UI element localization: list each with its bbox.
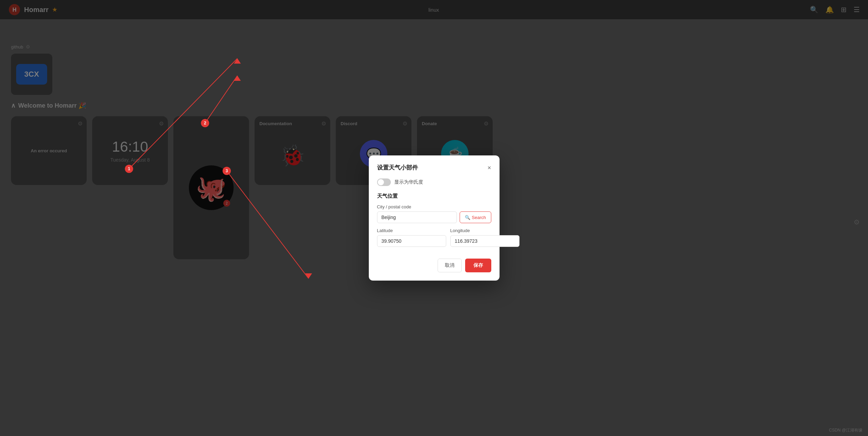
modal-overlay[interactable]: 设置天气小部件 × 显示为华氏度 天气位置 City / postal code… <box>0 0 868 436</box>
modal-footer: 取消 保存 <box>377 259 491 272</box>
modal-title: 设置天气小部件 <box>377 164 418 172</box>
longitude-label: Longitude <box>450 228 519 233</box>
fahrenheit-toggle-row: 显示为华氏度 <box>377 178 491 186</box>
fahrenheit-toggle[interactable] <box>377 178 391 186</box>
cancel-button[interactable]: 取消 <box>438 259 462 272</box>
fahrenheit-label: 显示为华氏度 <box>394 179 423 185</box>
latitude-group: Latitude <box>377 228 446 247</box>
search-button[interactable]: 🔍 Search <box>460 211 491 223</box>
weather-section-title: 天气位置 <box>377 193 491 199</box>
weather-settings-modal: 设置天气小部件 × 显示为华氏度 天气位置 City / postal code… <box>369 155 500 281</box>
city-form-group: City / postal code 🔍 Search <box>377 204 491 223</box>
city-label: City / postal code <box>377 204 491 209</box>
search-btn-label: Search <box>472 215 486 220</box>
modal-close-button[interactable]: × <box>487 165 491 171</box>
cancel-label: 取消 <box>445 262 454 268</box>
longitude-group: Longitude <box>450 228 519 247</box>
save-button[interactable]: 保存 <box>465 259 491 272</box>
city-input[interactable] <box>377 211 457 223</box>
save-label: 保存 <box>473 262 483 268</box>
search-btn-icon: 🔍 <box>465 215 470 220</box>
latitude-input[interactable] <box>377 235 446 247</box>
city-input-row: 🔍 Search <box>377 211 491 223</box>
modal-header: 设置天气小部件 × <box>377 164 491 172</box>
coordinates-row: Latitude Longitude <box>377 228 491 252</box>
latitude-label: Latitude <box>377 228 446 233</box>
longitude-input[interactable] <box>450 235 519 247</box>
